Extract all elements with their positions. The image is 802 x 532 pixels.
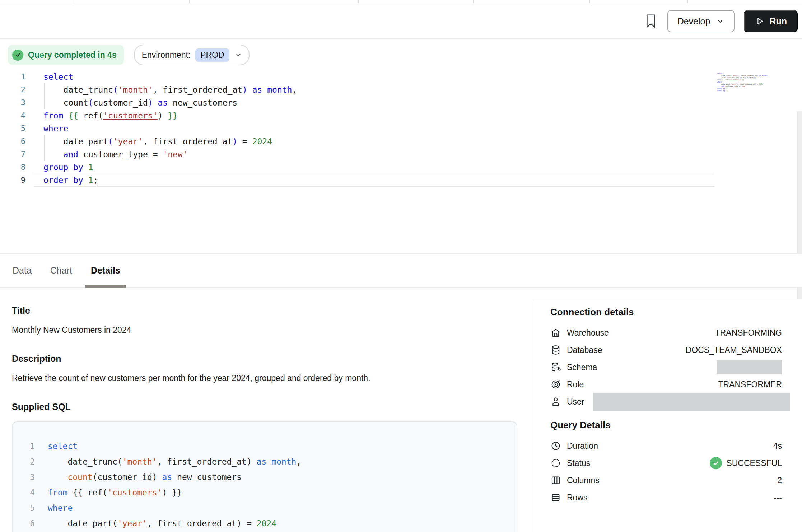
editor-line[interactable]: 8group by 1 xyxy=(0,161,802,174)
connection-panel: Connection details WarehouseTRANSFORMING… xyxy=(532,299,802,532)
code-token-str: 'customers' xyxy=(107,488,162,497)
bookmark-button[interactable] xyxy=(644,13,658,29)
code-token-link[interactable]: 'customers' xyxy=(729,79,740,81)
code-line: count(customer_id) as new_customers xyxy=(34,96,714,109)
code-token-num: 1 xyxy=(88,176,93,185)
database-icon xyxy=(550,345,561,355)
editor-line[interactable]: 2 date_trunc('month', first_ordered_at) … xyxy=(0,83,802,96)
code-token-pln: new_customers xyxy=(742,77,756,79)
code-token-jinja: {{ xyxy=(68,111,78,120)
code-token-pln: ref( xyxy=(724,79,729,81)
code-token-kw: as xyxy=(162,472,172,482)
code-token-pln xyxy=(247,85,252,94)
editor-line[interactable]: 7 and customer_type = 'new' xyxy=(0,148,802,161)
row-value xyxy=(717,360,782,374)
row-value-text: 4s xyxy=(773,441,782,451)
editor-line[interactable]: 4from {{ ref('customers') }} xyxy=(0,109,802,122)
code-line: date_trunc('month', first_ordered_at) as… xyxy=(34,83,714,96)
code-line: date_trunc('month', first_ordered_at) as… xyxy=(35,454,301,470)
code-token-pln: = xyxy=(237,137,252,146)
environment-selector[interactable]: Environment: PROD xyxy=(134,45,250,65)
editor-line[interactable]: 6 date_part('year', first_ordered_at) = … xyxy=(0,135,802,148)
query-status-text: Query completed in 4s xyxy=(28,50,117,60)
code-token-pln xyxy=(717,85,721,87)
code-token-kw: as xyxy=(252,85,262,94)
editor-line-active[interactable]: 9order by 1; xyxy=(0,174,802,187)
tab-divider xyxy=(473,0,474,3)
row-value: 2 xyxy=(777,476,782,485)
row-value-text: TRANSFORMER xyxy=(718,380,782,389)
editor-line[interactable]: 3 count(customer_id) as new_customers xyxy=(0,96,802,109)
toolbar: Develop Run xyxy=(0,4,802,39)
code-token-str: 'year' xyxy=(113,137,143,146)
code-token-pln: count xyxy=(717,77,726,79)
editor-line[interactable]: 5where xyxy=(0,122,802,135)
run-button-label: Run xyxy=(769,16,787,27)
redacted-value-block xyxy=(593,393,790,411)
code-token-pln: date_trunc( xyxy=(48,457,122,466)
code-token-pln: , xyxy=(292,85,297,94)
status-row: Query completed in 4s Environment: PROD xyxy=(8,45,250,65)
row-label: Role xyxy=(567,380,584,389)
code-token-pln: ; xyxy=(93,176,98,185)
code-token-pln xyxy=(63,111,68,120)
line-number: 8 xyxy=(0,161,34,174)
query-row-status: StatusSUCCESSFUL xyxy=(550,454,782,472)
line-number: 2 xyxy=(23,454,35,470)
code-token-pln: date_part( xyxy=(48,519,117,528)
connection-rows: WarehouseTRANSFORMINGDatabaseDOCS_TEAM_S… xyxy=(550,324,782,410)
row-value xyxy=(593,393,782,411)
code-line: from {{ ref('customers') }} xyxy=(35,485,182,500)
code-token-kw: order by xyxy=(717,90,725,92)
title-value: Monthly New Customers in 2024 xyxy=(12,325,518,335)
code-token-kw: as xyxy=(257,457,267,466)
run-button[interactable]: Run xyxy=(744,10,798,32)
code-token-kw: month xyxy=(271,457,296,466)
code-token-pln: date_part xyxy=(43,137,108,146)
editor-line[interactable]: 1select xyxy=(0,70,802,83)
query-row-duration: Duration4s xyxy=(550,437,782,454)
supplied-sql-line: 4from {{ ref('customers') }} xyxy=(23,485,517,500)
code-token-str: 'month' xyxy=(122,457,157,466)
code-token-num: 1 xyxy=(726,88,727,89)
code-token-fn: count xyxy=(67,472,92,482)
code-token-pln: customer_type = xyxy=(724,85,741,87)
code-token-num: 2024 xyxy=(252,137,272,146)
row-value: 4s xyxy=(773,441,782,451)
code-line: where xyxy=(34,122,714,135)
code-token-kw: and xyxy=(63,150,78,159)
develop-button[interactable]: Develop xyxy=(667,10,735,32)
sql-editor[interactable]: 1select2 date_trunc('month', first_order… xyxy=(0,70,802,253)
supplied-sql-line: 3 count(customer_id) as new_customers xyxy=(23,470,517,485)
code-token-pln: ref( xyxy=(78,111,103,120)
tab-data[interactable]: Data xyxy=(12,254,32,287)
row-value: SUCCESSFUL xyxy=(710,457,782,469)
supplied-sql-line: 6 date_part('year', first_ordered_at) = … xyxy=(23,516,517,531)
code-token-kw: from xyxy=(717,79,721,81)
description-heading: Description xyxy=(12,354,518,364)
connection-row-schema: Schema xyxy=(550,359,782,376)
code-token-pln xyxy=(83,163,88,172)
tab-chart[interactable]: Chart xyxy=(50,254,73,287)
bookmark-icon xyxy=(644,14,657,29)
code-token-kw: from xyxy=(48,488,67,497)
line-number: 9 xyxy=(0,174,34,187)
row-label: Database xyxy=(567,345,602,355)
code-token-kw: where xyxy=(717,81,722,83)
code-token-pln: new_customers xyxy=(168,98,237,107)
code-token-kw: as xyxy=(158,98,168,107)
tab-details[interactable]: Details xyxy=(90,254,121,287)
tab-divider xyxy=(687,0,688,3)
editor-minimap[interactable]: select date_trunc('month', first_ordered… xyxy=(717,73,757,92)
code-token-pln: , first_ordered_at) xyxy=(157,457,257,466)
code-token-pln: date_trunc xyxy=(43,85,113,94)
code-token-link[interactable]: 'customers' xyxy=(103,111,158,120)
success-check-icon xyxy=(710,457,722,469)
query-row-rows: Rows--- xyxy=(550,489,782,506)
line-number: 6 xyxy=(23,516,35,531)
code-token-pln: customer_type = xyxy=(78,150,163,159)
connection-row-warehouse: WarehouseTRANSFORMING xyxy=(550,324,782,341)
play-icon xyxy=(755,16,765,26)
code-token-kw: ( xyxy=(108,137,113,146)
role-icon xyxy=(550,379,561,390)
